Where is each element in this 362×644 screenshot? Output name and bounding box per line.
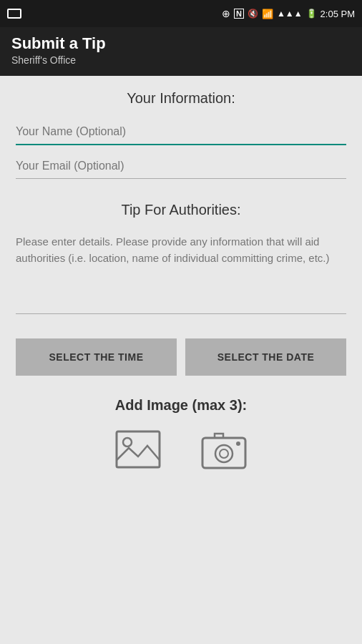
mute-icon: 🔇 [248,9,258,19]
screen-icon [7,9,21,19]
select-date-button[interactable]: SELECT THE DATE [185,338,346,376]
signal-icon: ▲▲▲ [277,9,303,19]
tip-textarea[interactable] [16,228,346,314]
svg-point-3 [215,445,233,462]
nfc-icon: N [234,9,244,19]
svg-rect-0 [117,431,160,467]
app-title: Submit a Tip [11,34,351,53]
tip-section-title: Tip For Authorities: [16,202,346,218]
image-icons-row [16,428,346,474]
time-date-buttons: SELECT THE TIME SELECT THE DATE [16,338,346,376]
status-time: 2:05 PM [321,9,355,19]
wifi-icon: 📶 [262,9,273,19]
svg-point-5 [236,441,240,446]
crosshair-icon: ⊕ [222,8,230,19]
gallery-icon [113,428,163,471]
status-bar: ⊕ N 🔇 📶 ▲▲▲ 🔋 2:05 PM [0,0,362,27]
your-info-title: Your Information: [16,90,346,107]
app-subtitle: Sheriff's Office [11,54,351,66]
name-input[interactable] [16,119,346,145]
camera-icon [199,428,249,471]
status-bar-right: ⊕ N 🔇 📶 ▲▲▲ 🔋 2:05 PM [222,8,355,19]
select-time-button[interactable]: SELECT THE TIME [16,338,177,376]
add-image-title: Add Image (max 3): [16,397,346,414]
app-bar: Submit a Tip Sheriff's Office [0,27,362,76]
gallery-icon-button[interactable] [113,428,163,474]
main-content: Your Information: Tip For Authorities: S… [0,76,362,643]
camera-icon-button[interactable] [199,428,249,474]
svg-point-4 [220,449,228,458]
email-input[interactable] [16,154,346,179]
svg-point-1 [123,438,132,447]
status-bar-left [7,9,21,19]
battery-icon: 🔋 [306,9,317,19]
